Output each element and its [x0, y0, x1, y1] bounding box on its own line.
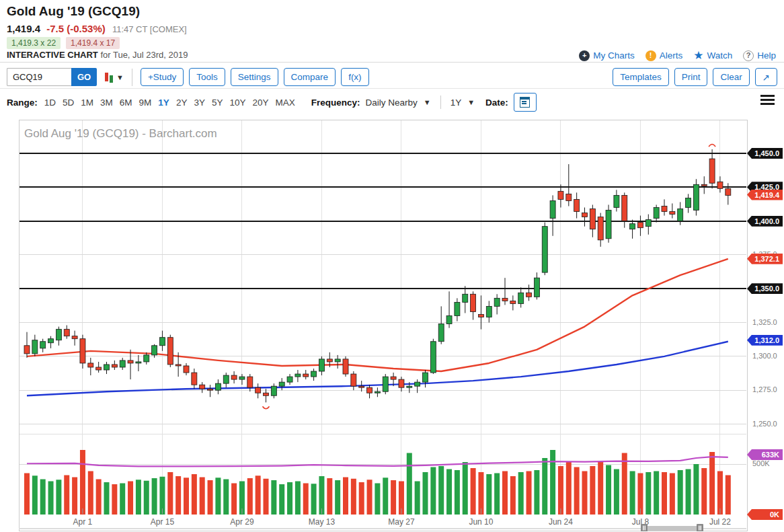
range-option-1y[interactable]: 1Y [158, 98, 169, 108]
price-badge: 633K [747, 449, 783, 460]
expand-arrow-icon: ↗ [762, 72, 770, 83]
toolbar-divider-line [0, 88, 784, 89]
price-axis: 1,450.01,425.01,419.41,400.01,375.01,372… [746, 120, 784, 531]
svg-text:Apr 1: Apr 1 [73, 517, 93, 527]
alert-circle-icon: ! [645, 50, 656, 61]
header-divider [0, 62, 784, 63]
toolbar-right: Templates Print Clear ↗ [613, 68, 777, 86]
range-option-2y[interactable]: 2Y [176, 98, 188, 108]
settings-button[interactable]: Settings [231, 68, 278, 86]
svg-text:Apr 29: Apr 29 [230, 517, 254, 527]
frequency-value: Daily Nearby [366, 98, 418, 108]
my-charts-link[interactable]: + My Charts [579, 50, 635, 61]
chevron-down-icon: ▼ [116, 74, 124, 81]
interactive-chart-label: INTERACTIVE CHART [7, 50, 98, 60]
fx-button[interactable]: f(x) [341, 68, 369, 86]
print-button[interactable]: Print [674, 68, 708, 86]
range-label: Range: [7, 98, 38, 108]
svg-text:Jun 10: Jun 10 [469, 517, 493, 527]
chart-type-selector[interactable]: ▼ [105, 73, 124, 81]
calendar-button[interactable] [514, 93, 537, 112]
high-marker [709, 144, 715, 147]
price-badge: 1,312.0 [747, 335, 783, 346]
chevron-down-icon: ▼ [424, 99, 431, 106]
interactive-chart-caption: INTERACTIVE CHART for Tue, Jul 23rd, 201… [7, 50, 188, 60]
watch-link[interactable]: ★ Watch [693, 48, 732, 63]
period-value: 1Y [450, 98, 462, 108]
range-bar-divider [440, 96, 441, 109]
y-axis-label: 1,275.0 [752, 385, 777, 393]
alerts-link[interactable]: ! Alerts [645, 50, 683, 61]
range-option-5y[interactable]: 5Y [212, 98, 223, 108]
chart-frame [19, 120, 748, 531]
expand-button[interactable]: ↗ [755, 68, 777, 86]
frequency-label: Frequency: [311, 98, 360, 108]
range-option-6m[interactable]: 6M [120, 98, 132, 108]
price-badge: 1,372.1 [747, 254, 783, 264]
chart-toolbar: GO ▼ +Study Tools Settings Compare f(x) [7, 68, 369, 86]
y-axis-label: 500K [752, 459, 770, 467]
ma50-line [27, 259, 728, 371]
page-title: Gold Aug '19 (GCQ19) [7, 4, 140, 19]
help-circle-icon: ? [743, 50, 754, 61]
ma200-line [27, 342, 728, 396]
period-select[interactable]: 1Y ▼ [450, 98, 475, 108]
chart-date: for Tue, Jul 23rd, 2019 [98, 50, 188, 60]
bid-ask-row: 1,419.3 x 22 1,419.4 x 17 [7, 37, 120, 49]
add-study-button[interactable]: +Study [141, 68, 184, 86]
frequency-select[interactable]: Daily Nearby ▼ [366, 98, 431, 108]
y-axis-label: 1,300.0 [752, 352, 777, 360]
chart-watermark-title: Gold Aug '19 (GCQ19) - Barchart.com [24, 127, 217, 140]
barchart-interactive-chart-page: { "header": { "title": "Gold Aug '19 (GC… [0, 0, 784, 532]
volume-bars [24, 450, 731, 515]
last-price: 1,419.4 [7, 23, 40, 34]
chart-area: Gold Aug '19 (GCQ19) - Barchart.comApr 1… [19, 120, 748, 531]
ask-chip: 1,419.4 x 17 [66, 37, 120, 49]
help-link[interactable]: ? Help [743, 50, 776, 61]
y-axis-label: 1,250.0 [752, 420, 777, 428]
bid-chip: 1,419.3 x 22 [7, 37, 61, 49]
compare-button[interactable]: Compare [284, 68, 336, 86]
date-label: Date: [485, 98, 508, 108]
range-option-max[interactable]: MAX [275, 98, 295, 108]
y-axis-label: 1,325.0 [752, 318, 777, 326]
price-volume-chart[interactable]: Gold Aug '19 (GCQ19) - Barchart.comApr 1… [19, 120, 748, 531]
range-option-1m[interactable]: 1M [81, 98, 93, 108]
toolbar-buttons: +Study Tools Settings Compare f(x) [141, 68, 369, 86]
low-marker [263, 406, 270, 409]
plus-circle-icon: + [579, 50, 590, 61]
horizontal-gridlines [19, 153, 746, 464]
range-option-9m[interactable]: 9M [139, 98, 152, 108]
range-option-3m[interactable]: 3M [100, 98, 113, 108]
candlestick-icon [105, 73, 108, 81]
toolbar-divider [132, 69, 132, 86]
price-badge: 1,350.0 [747, 283, 783, 294]
header-links: + My Charts ! Alerts ★ Watch ? Help [579, 48, 776, 63]
calendar-icon [520, 97, 530, 108]
candlestick-icon [110, 75, 113, 83]
help-label: Help [757, 50, 776, 61]
range-option-1d[interactable]: 1D [44, 98, 56, 108]
range-option-10y[interactable]: 10Y [229, 98, 245, 108]
clear-button[interactable]: Clear [713, 68, 749, 86]
svg-text:Jul 22: Jul 22 [709, 517, 731, 527]
range-option-3y[interactable]: 3Y [194, 98, 205, 108]
symbol-input[interactable] [7, 68, 71, 86]
go-button[interactable]: GO [71, 68, 97, 86]
price-badge: 0K [747, 509, 783, 520]
range-option-20y[interactable]: 20Y [252, 98, 268, 108]
tools-button[interactable]: Tools [189, 68, 225, 86]
chevron-down-icon: ▼ [467, 99, 475, 106]
svg-text:May 27: May 27 [388, 517, 415, 527]
my-charts-label: My Charts [593, 50, 635, 61]
range-bar: Range: 1D 5D 1M 3M 6M 9M 1Y 2Y 3Y 5Y 10Y… [7, 93, 537, 112]
quote-row: 1,419.4 -7.5 (-0.53%) 11:47 CT [COMEX] [7, 23, 187, 34]
alerts-label: Alerts [660, 50, 683, 61]
templates-button[interactable]: Templates [613, 68, 669, 86]
session-info: 11:47 CT [COMEX] [112, 24, 187, 34]
menu-icon[interactable] [760, 95, 775, 107]
svg-text:Jun 24: Jun 24 [549, 517, 573, 527]
svg-text:Apr 15: Apr 15 [151, 517, 175, 527]
range-option-5d[interactable]: 5D [63, 98, 74, 108]
watch-label: Watch [707, 50, 732, 61]
